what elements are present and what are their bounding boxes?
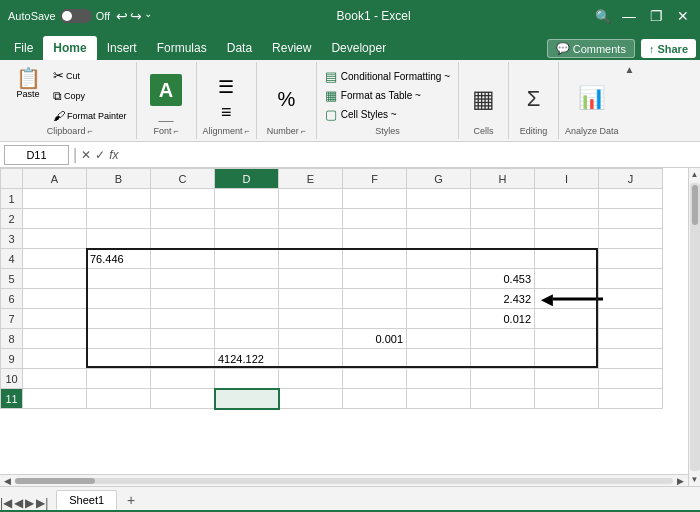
cell-E5[interactable] (279, 269, 343, 289)
cell-B11[interactable] (87, 389, 151, 409)
cell-I6[interactable]: ◄ (535, 289, 599, 309)
cell-D8[interactable] (215, 329, 279, 349)
cell-D10[interactable] (215, 369, 279, 389)
col-header-I[interactable]: I (535, 169, 599, 189)
cell-F1[interactable] (343, 189, 407, 209)
col-header-G[interactable]: G (407, 169, 471, 189)
cell-C5[interactable] (151, 269, 215, 289)
cell-A10[interactable] (23, 369, 87, 389)
undo-button[interactable]: ↩ (116, 8, 128, 24)
cell-E11[interactable] (279, 389, 343, 409)
cell-I2[interactable] (535, 209, 599, 229)
cell-F5[interactable] (343, 269, 407, 289)
redo-button[interactable]: ↪ (130, 8, 142, 24)
cell-J1[interactable] (599, 189, 663, 209)
cell-A6[interactable] (23, 289, 87, 309)
cell-H3[interactable] (471, 229, 535, 249)
search-icon[interactable]: 🔍 (595, 9, 611, 24)
cell-I5[interactable] (535, 269, 599, 289)
cell-B1[interactable] (87, 189, 151, 209)
sheet-first-btn[interactable]: |◀ (0, 496, 12, 510)
cell-A5[interactable] (23, 269, 87, 289)
cell-B9[interactable] (87, 349, 151, 369)
col-header-J[interactable]: J (599, 169, 663, 189)
cell-G10[interactable] (407, 369, 471, 389)
col-header-F[interactable]: F (343, 169, 407, 189)
cell-I1[interactable] (535, 189, 599, 209)
cell-reference-input[interactable] (4, 145, 69, 165)
col-header-B[interactable]: B (87, 169, 151, 189)
cell-D1[interactable] (215, 189, 279, 209)
cell-G4[interactable] (407, 249, 471, 269)
cell-I11[interactable] (535, 389, 599, 409)
restore-button[interactable]: ❐ (647, 8, 666, 24)
cell-I7[interactable] (535, 309, 599, 329)
cell-B5[interactable] (87, 269, 151, 289)
cell-F11[interactable] (343, 389, 407, 409)
paste-button[interactable]: 📋 Paste (10, 66, 46, 101)
close-button[interactable]: ✕ (674, 8, 692, 24)
scroll-left-btn[interactable]: ◀ (4, 476, 11, 486)
cell-B6[interactable] (87, 289, 151, 309)
cell-J3[interactable] (599, 229, 663, 249)
col-header-D[interactable]: D (215, 169, 279, 189)
cell-J8[interactable] (599, 329, 663, 349)
cell-J6[interactable] (599, 289, 663, 309)
more-commands-button[interactable]: ⌄ (144, 8, 152, 24)
formula-cancel-icon[interactable]: ✕ (81, 148, 91, 162)
cell-H4[interactable] (471, 249, 535, 269)
scroll-up-btn[interactable]: ▲ (691, 168, 699, 181)
sheet-next-btn[interactable]: ▶ (25, 496, 34, 510)
cell-H8[interactable] (471, 329, 535, 349)
cell-C9[interactable] (151, 349, 215, 369)
tab-insert[interactable]: Insert (97, 36, 147, 60)
cell-B10[interactable] (87, 369, 151, 389)
minimize-button[interactable]: — (619, 8, 639, 24)
cell-E3[interactable] (279, 229, 343, 249)
cell-H9[interactable] (471, 349, 535, 369)
scroll-down-btn[interactable]: ▼ (691, 473, 699, 486)
cell-C1[interactable] (151, 189, 215, 209)
cell-F10[interactable] (343, 369, 407, 389)
cell-J4[interactable] (599, 249, 663, 269)
cell-G7[interactable] (407, 309, 471, 329)
vertical-scrollbar[interactable]: ▲ ▼ (688, 168, 700, 486)
share-button[interactable]: ↑ Share (641, 39, 696, 58)
cell-D2[interactable] (215, 209, 279, 229)
cell-C3[interactable] (151, 229, 215, 249)
cell-H5[interactable]: 0.453 (471, 269, 535, 289)
ribbon-expand[interactable]: ▲ (625, 62, 635, 139)
cell-F2[interactable] (343, 209, 407, 229)
cell-A3[interactable] (23, 229, 87, 249)
cell-A2[interactable] (23, 209, 87, 229)
format-as-table-button[interactable]: ▦ Format as Table ~ (323, 87, 423, 104)
cell-G8[interactable] (407, 329, 471, 349)
cell-styles-button[interactable]: ▢ Cell Styles ~ (323, 106, 399, 123)
cell-B4[interactable]: 76.446 (87, 249, 151, 269)
conditional-formatting-button[interactable]: ▤ Conditional Formatting ~ (323, 68, 452, 85)
col-header-C[interactable]: C (151, 169, 215, 189)
hscroll-thumb[interactable] (15, 478, 95, 484)
autosave-toggle[interactable] (60, 9, 92, 23)
cell-H10[interactable] (471, 369, 535, 389)
cell-G9[interactable] (407, 349, 471, 369)
sheet-tab-sheet1[interactable]: Sheet1 (56, 490, 117, 510)
cell-D3[interactable] (215, 229, 279, 249)
tab-developer[interactable]: Developer (321, 36, 396, 60)
cell-A7[interactable] (23, 309, 87, 329)
cell-A11[interactable] (23, 389, 87, 409)
number-expand-icon[interactable]: ⌐ (301, 126, 306, 136)
cell-J5[interactable] (599, 269, 663, 289)
sheet-last-btn[interactable]: ▶| (36, 496, 48, 510)
formula-input[interactable] (123, 149, 697, 161)
tab-review[interactable]: Review (262, 36, 321, 60)
cell-F3[interactable] (343, 229, 407, 249)
cell-J7[interactable] (599, 309, 663, 329)
col-header-E[interactable]: E (279, 169, 343, 189)
cell-F8[interactable]: 0.001 (343, 329, 407, 349)
scroll-right-btn[interactable]: ▶ (677, 476, 684, 486)
clipboard-expand-icon[interactable]: ⌐ (87, 126, 92, 136)
cell-C4[interactable] (151, 249, 215, 269)
cell-F9[interactable] (343, 349, 407, 369)
col-header-A[interactable]: A (23, 169, 87, 189)
